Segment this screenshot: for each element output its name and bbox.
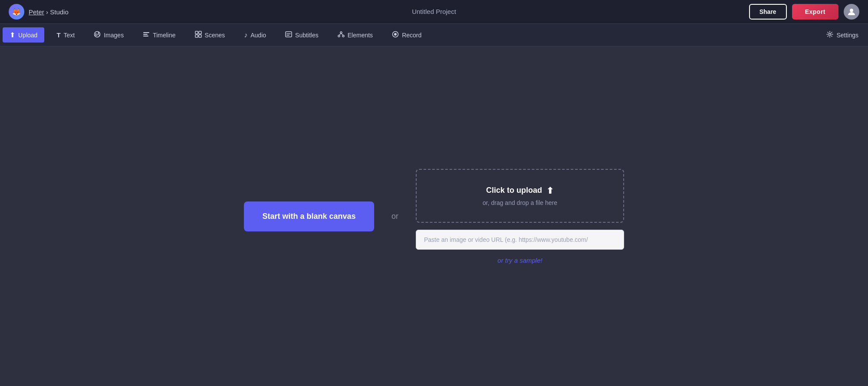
try-sample-link[interactable]: or try a sample! [416, 257, 624, 264]
nav-item-record[interactable]: Record [382, 24, 431, 46]
upload-icon: ⬆ [10, 31, 15, 39]
nav-label-elements: Elements [348, 32, 373, 39]
svg-rect-6 [143, 36, 148, 36]
nav-item-timeline[interactable]: Timeline [133, 24, 185, 46]
nav-label-images: Images [104, 32, 124, 39]
url-input[interactable] [416, 230, 624, 250]
svg-rect-13 [286, 35, 289, 36]
main-content: Start with a blank canvas or Click to up… [0, 46, 868, 386]
svg-point-0 [850, 9, 853, 12]
nav-item-text[interactable]: T Text [47, 24, 84, 46]
svg-rect-8 [199, 31, 201, 34]
top-bar-right: Share Export [749, 4, 859, 20]
nav-item-upload[interactable]: ⬆ Upload [3, 27, 44, 43]
project-title: Untitled Project [412, 8, 456, 15]
nav-item-scenes[interactable]: Scenes [185, 24, 235, 46]
nav-item-subtitles[interactable]: Subtitles [276, 24, 328, 46]
nav-label-audio: Audio [250, 32, 266, 39]
svg-rect-7 [195, 31, 198, 34]
nav-bar: ⬆ Upload T Text Images Timeline [0, 24, 868, 46]
svg-point-20 [394, 33, 397, 36]
nav-label-settings: Settings [836, 32, 858, 39]
avatar-emoji: 🦊 [12, 8, 21, 16]
timeline-icon [143, 31, 150, 40]
nav-label-subtitles: Subtitles [295, 32, 319, 39]
nav-label-scenes: Scenes [205, 32, 225, 39]
svg-rect-12 [286, 33, 291, 34]
scenes-icon [195, 31, 202, 40]
upload-dropzone-text: Click to upload ⬆ [430, 185, 610, 196]
breadcrumb-separator: › [46, 8, 50, 16]
nav-label-timeline: Timeline [153, 32, 175, 39]
top-bar-left: 🦊 Peter › Studio [9, 4, 69, 20]
svg-rect-5 [143, 34, 148, 35]
record-icon [392, 31, 399, 40]
settings-icon [826, 31, 833, 39]
center-container: Start with a blank canvas or Click to up… [244, 169, 624, 264]
svg-rect-9 [195, 35, 198, 37]
nav-item-audio[interactable]: ♪ Audio [234, 24, 276, 46]
breadcrumb: Peter › Studio [29, 8, 69, 16]
nav-item-settings[interactable]: Settings [817, 24, 868, 46]
svg-point-15 [338, 35, 340, 37]
top-bar: 🦊 Peter › Studio Untitled Project Share … [0, 0, 868, 24]
svg-rect-4 [143, 32, 149, 33]
subtitles-icon [285, 31, 292, 40]
svg-line-18 [341, 33, 343, 35]
blank-canvas-button[interactable]: Start with a blank canvas [244, 201, 374, 231]
svg-line-17 [339, 33, 341, 35]
svg-point-3 [98, 32, 99, 33]
svg-point-1 [95, 31, 100, 37]
images-icon [94, 31, 101, 40]
text-icon: T [56, 31, 60, 39]
svg-rect-11 [286, 32, 292, 37]
breadcrumb-user-link[interactable]: Peter [29, 8, 44, 16]
breadcrumb-section: Studio [50, 8, 69, 16]
nav-label-text: Text [64, 32, 75, 39]
export-button[interactable]: Export [792, 4, 838, 20]
share-button[interactable]: Share [749, 4, 787, 20]
user-profile-icon[interactable] [844, 4, 859, 20]
audio-icon: ♪ [244, 31, 247, 39]
or-divider: or [391, 212, 398, 221]
upload-arrow-icon: ⬆ [546, 185, 554, 196]
click-to-upload-label: Click to upload [486, 186, 542, 195]
nav-label-upload: Upload [18, 32, 37, 39]
upload-right-panel: Click to upload ⬆ or, drag and drop a fi… [416, 169, 624, 264]
elements-icon [338, 31, 345, 40]
upload-dropzone-sub: or, drag and drop a file here [430, 199, 610, 206]
svg-point-14 [340, 32, 342, 33]
nav-item-images[interactable]: Images [84, 24, 133, 46]
svg-point-2 [95, 33, 97, 34]
svg-point-21 [829, 33, 831, 36]
svg-point-16 [342, 35, 344, 37]
upload-dropzone[interactable]: Click to upload ⬆ or, drag and drop a fi… [416, 169, 624, 223]
nav-label-record: Record [402, 32, 421, 39]
project-title-container: Untitled Project [412, 8, 456, 16]
nav-item-elements[interactable]: Elements [328, 24, 382, 46]
user-avatar[interactable]: 🦊 [9, 4, 24, 20]
svg-rect-10 [199, 35, 201, 37]
